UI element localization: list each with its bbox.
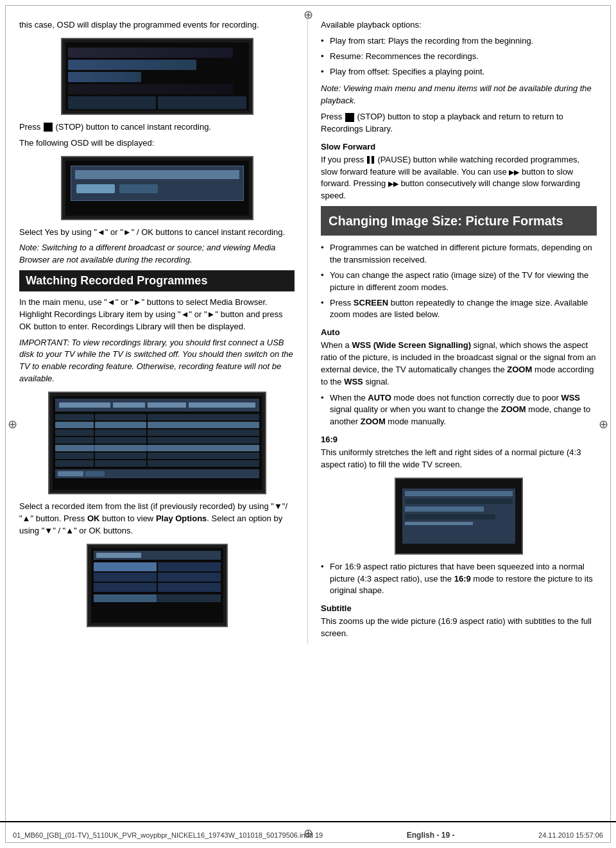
ratio-169-bullets: For 16:9 aspect ratio pictures that have… <box>321 561 597 598</box>
auto-bullets: When the AUTO mode does not function cor… <box>321 392 597 429</box>
image-format-bullets: Programmes can be watched in different p… <box>321 242 597 321</box>
option-play-from-start: Play from start: Plays the recording fro… <box>321 35 597 48</box>
pause-icon <box>367 156 375 164</box>
bullet-aspect-ratio: You can change the aspect ratio (image s… <box>321 270 597 294</box>
tv-screenshot-3 <box>48 392 266 494</box>
option-play-from-offset: Play from offset: Specifies a playing po… <box>321 66 597 78</box>
footer-center: English - 19 - <box>407 831 455 840</box>
bullet-screen-button: Press SCREEN button repeatedly to change… <box>321 297 597 322</box>
bullet-169-restore: For 16:9 aspect ratio pictures that have… <box>321 561 597 598</box>
tv-screenshot-2 <box>61 156 253 220</box>
tv-wide-image <box>395 478 523 555</box>
playback-options-list: Play from start: Plays the recording fro… <box>321 35 597 78</box>
bullet-auto-mode: When the AUTO mode does not function cor… <box>321 392 597 429</box>
bullet-programmes: Programmes can be watched in different p… <box>321 242 597 266</box>
tv-screenshot-1 <box>61 38 253 115</box>
footer-right: 24.11.2010 15:57:06 <box>538 831 603 839</box>
footer-left: 01_MB60_[GB]_(01-TV)_5110UK_PVR_woypbpr_… <box>13 831 323 839</box>
tv-screenshot-4 <box>87 544 228 627</box>
footer: 01_MB60_[GB]_(01-TV)_5110UK_PVR_woypbpr_… <box>0 821 616 848</box>
option-resume: Resume: Recommences the recordings. <box>321 51 597 63</box>
